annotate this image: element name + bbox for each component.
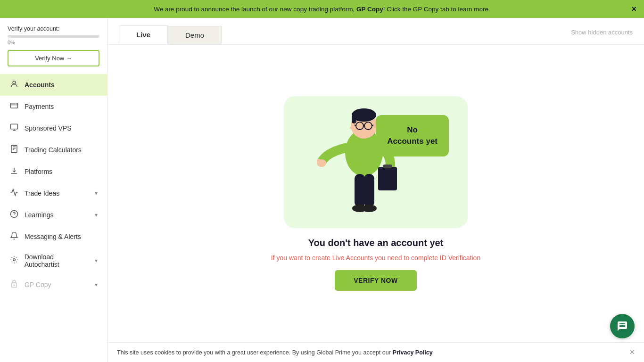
sidebar-item-accounts-label: Accounts <box>25 81 55 89</box>
sidebar-item-sponsored-vps-label: Sponsored VPS <box>25 124 72 132</box>
sidebar-item-messaging-alerts[interactable]: Messaging & Alerts <box>0 226 107 247</box>
verify-cta-button[interactable]: VERIFY NOW <box>335 270 416 291</box>
learnings-chevron-icon: ▾ <box>95 212 98 218</box>
chat-button[interactable] <box>610 314 635 338</box>
tab-live[interactable]: Live <box>119 25 168 44</box>
verify-title: Verify your account: <box>8 25 99 32</box>
sponsored-vps-icon <box>9 123 19 133</box>
cookie-close-button[interactable]: × <box>629 347 635 357</box>
illustration-wrapper: No Accounts yet <box>284 96 468 228</box>
verify-now-button[interactable]: Verify Now → <box>8 50 99 66</box>
banner-text: We are proud to announce the launch of o… <box>154 6 490 13</box>
svg-rect-26 <box>383 165 392 168</box>
platforms-icon <box>9 166 19 177</box>
sidebar-item-learnings[interactable]: Learnings ▾ <box>0 204 107 226</box>
trade-ideas-icon <box>9 188 19 198</box>
tab-demo[interactable]: Demo <box>168 26 222 44</box>
learnings-icon <box>9 210 19 220</box>
trade-ideas-chevron-icon: ▾ <box>95 190 98 197</box>
svg-rect-28 <box>364 174 374 207</box>
sidebar-item-platforms-label: Platforms <box>25 168 52 175</box>
sidebar-item-download-autochartist-label: Download Autochartist <box>25 253 89 268</box>
main-content: Live Demo Show hidden accounts <box>107 18 644 362</box>
sidebar-item-gp-copy[interactable]: GP Copy ▾ <box>0 274 107 296</box>
sidebar-item-trade-ideas[interactable]: Trade Ideas ▾ <box>0 182 107 204</box>
svg-point-14 <box>14 285 15 286</box>
accounts-icon <box>9 80 19 90</box>
empty-state-subtitle: If you want to create Live Accounts you … <box>271 254 480 262</box>
sidebar-nav: Accounts Payments Sponsored VPS Trading … <box>0 74 107 296</box>
sidebar-item-messaging-alerts-label: Messaging & Alerts <box>25 233 81 240</box>
sidebar-item-gp-copy-label: GP Copy <box>25 281 51 288</box>
progress-bar-container <box>8 35 99 38</box>
sidebar-item-sponsored-vps[interactable]: Sponsored VPS <box>0 117 107 139</box>
sidebar-item-payments-label: Payments <box>25 103 54 110</box>
sidebar-item-payments[interactable]: Payments <box>0 96 107 117</box>
sidebar-item-learnings-label: Learnings <box>25 211 54 219</box>
banner-close-button[interactable]: × <box>631 4 636 14</box>
svg-point-13 <box>13 259 16 261</box>
svg-rect-25 <box>378 167 397 190</box>
app-body: Verify your account: 0% Verify Now → Acc… <box>0 18 644 362</box>
download-autochartist-chevron-icon: ▾ <box>95 257 98 264</box>
empty-state-title: You don't have an account yet <box>308 238 444 248</box>
sidebar-item-download-autochartist[interactable]: Download Autochartist ▾ <box>0 247 107 274</box>
sidebar-item-trading-calculators-label: Trading Calculators <box>25 146 82 154</box>
gp-copy-chevron-icon: ▾ <box>95 281 98 288</box>
svg-point-0 <box>13 81 16 84</box>
sidebar-item-trading-calculators[interactable]: Trading Calculators <box>0 139 107 161</box>
tabs-row: Live Demo Show hidden accounts <box>107 18 644 45</box>
show-hidden-accounts[interactable]: Show hidden accounts <box>571 29 633 41</box>
trading-calculators-icon <box>9 145 19 155</box>
sidebar: Verify your account: 0% Verify Now → Acc… <box>0 18 107 362</box>
privacy-policy-link[interactable]: Privacy Policy <box>393 349 433 356</box>
cookie-banner: This site uses cookies to provide you wi… <box>107 342 644 362</box>
download-autochartist-icon <box>9 255 19 266</box>
svg-point-34 <box>350 127 352 129</box>
sidebar-item-accounts[interactable]: Accounts <box>0 74 107 96</box>
sidebar-item-trade-ideas-label: Trade Ideas <box>25 189 59 197</box>
svg-rect-3 <box>11 124 18 129</box>
no-accounts-badge: No Accounts yet <box>376 115 449 156</box>
gp-copy-icon <box>9 280 19 290</box>
svg-rect-27 <box>355 174 365 207</box>
announcement-banner: We are proud to announce the launch of o… <box>0 0 644 18</box>
empty-state: No Accounts yet You don't have an accoun… <box>107 45 644 342</box>
sidebar-item-platforms[interactable]: Platforms <box>0 161 107 182</box>
svg-rect-1 <box>11 103 18 108</box>
svg-point-30 <box>362 205 377 212</box>
svg-rect-19 <box>352 115 356 123</box>
verify-block: Verify your account: 0% Verify Now → <box>0 25 107 74</box>
messaging-alerts-icon <box>9 231 19 242</box>
payments-icon <box>9 101 19 112</box>
progress-label: 0% <box>8 40 99 45</box>
